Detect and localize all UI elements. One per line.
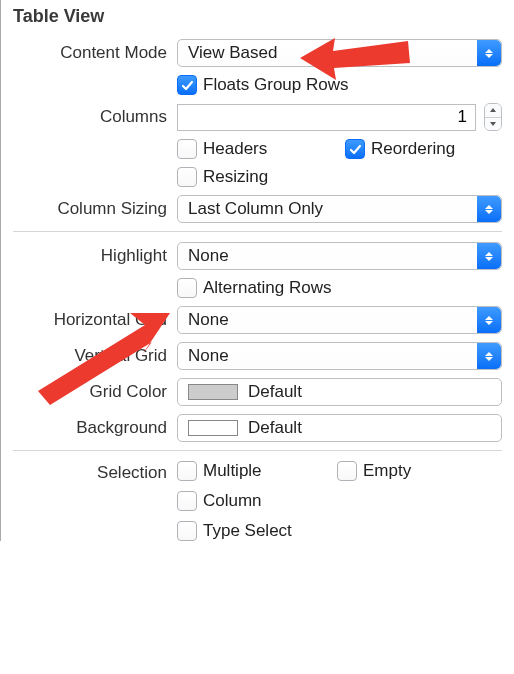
row-headers-reordering: Headers Reordering [13,139,502,159]
column-checkbox[interactable] [177,491,197,511]
headers-checkbox-wrap[interactable]: Headers [177,139,337,159]
label-column-sizing: Column Sizing [13,199,177,219]
popup-caret-icon [477,343,501,369]
label-background: Background [13,418,177,438]
row-selection: Selection Multiple Empty Column Type Sel… [13,461,502,541]
vertical-grid-value: None [188,346,229,366]
divider [13,231,502,232]
row-background: Background Default [13,414,502,442]
reordering-label: Reordering [371,139,455,159]
column-label: Column [203,491,262,511]
section-title: Table View [13,6,502,27]
popup-caret-icon [302,424,310,432]
background-swatch [188,420,238,436]
type-select-label: Type Select [203,521,292,541]
grid-color-swatch [188,384,238,400]
label-highlight: Highlight [13,246,177,266]
table-view-inspector: Table View Content Mode View Based Float… [0,0,514,541]
alternating-rows-label: Alternating Rows [203,278,332,298]
vertical-grid-popup[interactable]: None [177,342,502,370]
stepper-up-icon[interactable] [485,104,501,118]
grid-color-popup[interactable]: Default [177,378,502,406]
row-vertical-grid: Vertical Grid None [13,342,502,370]
content-mode-value: View Based [188,43,277,63]
columns-stepper[interactable] [484,103,502,131]
alternating-rows-checkbox-wrap[interactable]: Alternating Rows [177,278,332,298]
popup-caret-icon [477,307,501,333]
empty-label: Empty [363,461,411,481]
highlight-value: None [188,246,229,266]
row-column-sizing: Column Sizing Last Column Only [13,195,502,223]
column-sizing-value: Last Column Only [188,199,323,219]
content-mode-popup[interactable]: View Based [177,39,502,67]
headers-checkbox[interactable] [177,139,197,159]
multiple-label: Multiple [203,461,262,481]
row-horizontal-grid: Horizontal Grid None [13,306,502,334]
row-columns: Columns [13,103,502,131]
multiple-checkbox[interactable] [177,461,197,481]
highlight-popup[interactable]: None [177,242,502,270]
row-content-mode: Content Mode View Based [13,39,502,67]
resizing-checkbox[interactable] [177,167,197,187]
empty-checkbox[interactable] [337,461,357,481]
floats-group-rows-checkbox[interactable] [177,75,197,95]
label-grid-color: Grid Color [13,382,177,402]
reordering-checkbox[interactable] [345,139,365,159]
multiple-checkbox-wrap[interactable]: Multiple [177,461,337,481]
background-popup[interactable]: Default [177,414,502,442]
label-horizontal-grid: Horizontal Grid [13,310,177,330]
columns-input[interactable] [177,104,476,131]
row-resizing: Resizing [13,167,502,187]
popup-caret-icon [477,40,501,66]
floats-group-rows-label: Floats Group Rows [203,75,349,95]
row-floats-group: Floats Group Rows [13,75,502,95]
label-columns: Columns [13,107,177,127]
label-selection: Selection [13,461,177,483]
row-highlight: Highlight None [13,242,502,270]
reordering-checkbox-wrap[interactable]: Reordering [345,139,455,159]
background-value: Default [248,418,302,438]
row-grid-color: Grid Color Default [13,378,502,406]
alternating-rows-checkbox[interactable] [177,278,197,298]
resizing-label: Resizing [203,167,268,187]
resizing-checkbox-wrap[interactable]: Resizing [177,167,268,187]
headers-label: Headers [203,139,267,159]
empty-checkbox-wrap[interactable]: Empty [337,461,497,481]
grid-color-value: Default [248,382,302,402]
label-content-mode: Content Mode [13,43,177,63]
horizontal-grid-value: None [188,310,229,330]
popup-caret-icon [302,388,310,396]
label-vertical-grid: Vertical Grid [13,346,177,366]
column-sizing-popup[interactable]: Last Column Only [177,195,502,223]
row-alternating: Alternating Rows [13,278,502,298]
type-select-checkbox[interactable] [177,521,197,541]
column-checkbox-wrap[interactable]: Column [177,491,337,511]
type-select-checkbox-wrap[interactable]: Type Select [177,521,377,541]
popup-caret-icon [477,196,501,222]
horizontal-grid-popup[interactable]: None [177,306,502,334]
floats-group-rows-checkbox-wrap[interactable]: Floats Group Rows [177,75,349,95]
stepper-down-icon[interactable] [485,118,501,131]
popup-caret-icon [477,243,501,269]
divider [13,450,502,451]
